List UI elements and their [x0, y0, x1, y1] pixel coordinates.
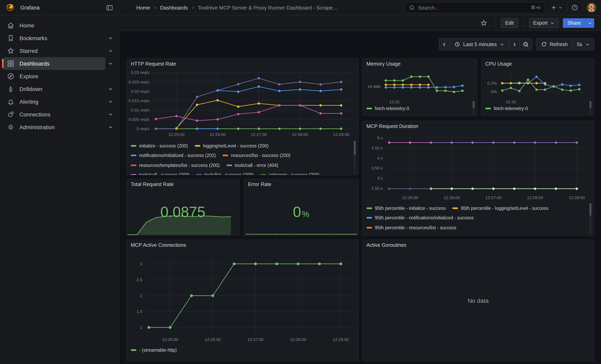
- edit-button[interactable]: Edit: [501, 18, 518, 28]
- legend-scrollbar-thumb[interactable]: [590, 203, 591, 216]
- legend-item[interactable]: 95th percentile - resources/templates/li…: [367, 235, 477, 235]
- share-button[interactable]: Share: [563, 18, 585, 28]
- plug-icon: [7, 110, 15, 118]
- sidebar-item-alerting[interactable]: Alerting: [3, 95, 116, 108]
- help-button[interactable]: ?: [571, 4, 578, 11]
- sidebar-item-explore[interactable]: Explore: [3, 70, 116, 83]
- legend-scrollbar-thumb[interactable]: [590, 101, 591, 108]
- legend-item[interactable]: tools/list - success (200): [196, 172, 254, 175]
- breadcrumb-item[interactable]: ToolHive MCP Server & Proxy Runner Dashb…: [198, 5, 337, 10]
- legend-item[interactable]: 95th percentile - logging/setLevel - suc…: [452, 206, 549, 210]
- svg-text:2: 2: [140, 293, 142, 298]
- sidebar-collapse-icon[interactable]: [106, 4, 113, 11]
- legend-item[interactable]: logging/setLevel - success (200): [195, 143, 269, 148]
- legend-label: fetch-telemetry-0: [494, 106, 528, 111]
- sidebar-item-drilldown[interactable]: Drilldown: [3, 83, 116, 95]
- legend-color-chip: [131, 164, 136, 166]
- legend-item[interactable]: resources/list - success (200): [223, 153, 290, 158]
- sidebar-link[interactable]: Explore: [3, 70, 116, 83]
- legend-color-chip: [367, 108, 372, 109]
- panel-memory-usage: Memory Usage 12:2516 MiB fetch-telemetry…: [362, 59, 477, 116]
- compass-icon: [7, 72, 15, 80]
- legend-item[interactable]: fetch-telemetry-0: [485, 106, 528, 111]
- sidebar-item-label: Starred: [20, 48, 105, 54]
- svg-text:12:28:00: 12:28:00: [290, 337, 306, 342]
- chevron-down-icon[interactable]: [105, 86, 116, 92]
- svg-text:12:25:00: 12:25:00: [168, 132, 185, 137]
- panel-http-request-rate: HTTP Request Rate 12:25:0012:26:0012:27:…: [126, 59, 359, 175]
- svg-text:16 MiB: 16 MiB: [368, 84, 381, 89]
- legend-item[interactable]: notifications/initialized - success (202…: [131, 153, 216, 158]
- chevron-down-icon[interactable]: [105, 124, 116, 130]
- zoom-out-button[interactable]: [519, 38, 532, 50]
- legend-scrollbar-thumb[interactable]: [354, 141, 356, 155]
- divider: [523, 19, 524, 27]
- search-input[interactable]: Search... ⌘+k: [405, 2, 545, 13]
- chevron-down-icon[interactable]: [105, 61, 116, 66]
- sidebar-link[interactable]: Starred: [3, 45, 105, 57]
- legend-item[interactable]: 95th percentile - notifications/initiali…: [367, 215, 474, 220]
- sidebar-item-label: Bookmarks: [20, 35, 105, 41]
- share-dropdown-button[interactable]: [585, 18, 594, 28]
- panel-mcp-active-connections: MCP Active Connections 12:25:0012:26:001…: [126, 240, 359, 361]
- legend-label: 95th percentile - resources/templates/li…: [375, 235, 477, 235]
- add-button[interactable]: [551, 4, 563, 11]
- sidebar-header: Grafana: [0, 0, 119, 16]
- time-range-label: Last 5 minutes: [463, 41, 497, 47]
- sidebar-link[interactable]: Home: [3, 19, 116, 32]
- legend-label: - (streamable-http): [139, 347, 177, 352]
- bookmark-icon: [7, 34, 15, 42]
- export-button[interactable]: Export: [529, 18, 559, 28]
- legend-color-chip: [223, 155, 228, 156]
- chevron-down-icon[interactable]: [105, 99, 116, 105]
- breadcrumb-item[interactable]: Dashboards: [160, 5, 188, 10]
- sidebar-link[interactable]: Alerting: [3, 95, 105, 108]
- time-shift-forward-button[interactable]: [509, 38, 520, 50]
- legend-scrollbar-thumb[interactable]: [473, 101, 475, 108]
- grafana-logo[interactable]: [6, 3, 14, 12]
- sidebar-link[interactable]: Bookmarks: [3, 32, 105, 45]
- user-avatar[interactable]: [587, 3, 596, 12]
- legend-item[interactable]: tools/call - success (200): [131, 172, 190, 175]
- time-shift-back-button[interactable]: [439, 38, 450, 50]
- sidebar-link[interactable]: Dashboards: [3, 57, 105, 70]
- time-range-picker[interactable]: Last 5 minutes: [450, 38, 509, 50]
- favorite-star-button[interactable]: [480, 20, 487, 27]
- legend-color-chip: [131, 349, 136, 351]
- sidebar-item-home[interactable]: Home: [3, 19, 116, 32]
- legend-item[interactable]: - (streamable-http): [131, 347, 177, 352]
- dashboard-canvas: Last 5 minutes Refresh 5s HTTP Request R…: [120, 31, 601, 364]
- legend-item[interactable]: resources/templates/list - success (200): [131, 163, 220, 167]
- sidebar-item-starred[interactable]: Starred: [3, 45, 116, 57]
- chevron-down-icon[interactable]: [105, 112, 116, 117]
- svg-text:2.5: 2.5: [137, 277, 142, 282]
- legend: fetch-telemetry-0: [367, 106, 470, 116]
- sidebar-link[interactable]: Connections: [3, 108, 105, 121]
- legend-label: 95th percentile - notifications/initiali…: [375, 215, 474, 220]
- sidebar-link[interactable]: Administration: [3, 121, 105, 134]
- chevron-down-icon[interactable]: [105, 35, 116, 41]
- sidebar-item-administration[interactable]: Administration: [3, 121, 116, 134]
- sidebar-item-bookmarks[interactable]: Bookmarks: [3, 32, 116, 45]
- legend-item[interactable]: 95th percentile - resources/list - succe…: [367, 225, 456, 230]
- refresh-interval-picker[interactable]: 5s: [572, 38, 594, 50]
- legend-item[interactable]: 95th percentile - initialize - success: [367, 206, 446, 210]
- chevron-down-icon[interactable]: [105, 48, 116, 54]
- sidebar-item-dashboards[interactable]: Dashboards: [3, 57, 116, 70]
- refresh-button[interactable]: Refresh: [536, 38, 573, 50]
- legend-item[interactable]: tools/call - error (404): [226, 163, 278, 167]
- panel-total-request-rate: Total Request Rate 0.0875: [126, 179, 239, 236]
- svg-text:0.005 req/s: 0.005 req/s: [129, 117, 150, 122]
- legend-item[interactable]: initialize - success (200): [131, 143, 188, 148]
- share-button-group: Share: [563, 18, 594, 28]
- active-indicator: [2, 59, 4, 68]
- refresh-interval-label: 5s: [577, 41, 582, 47]
- plus-icon: [551, 4, 557, 11]
- breadcrumb-item[interactable]: Home: [136, 5, 150, 10]
- sidebar-item-connections[interactable]: Connections: [3, 108, 116, 121]
- legend-item[interactable]: fetch-telemetry-0: [367, 106, 409, 111]
- legend-item[interactable]: unknown - success (200): [260, 172, 320, 175]
- svg-text:0.025 req/s: 0.025 req/s: [129, 80, 150, 84]
- sidebar-link[interactable]: Drilldown: [3, 83, 105, 95]
- legend-color-chip: [131, 174, 136, 175]
